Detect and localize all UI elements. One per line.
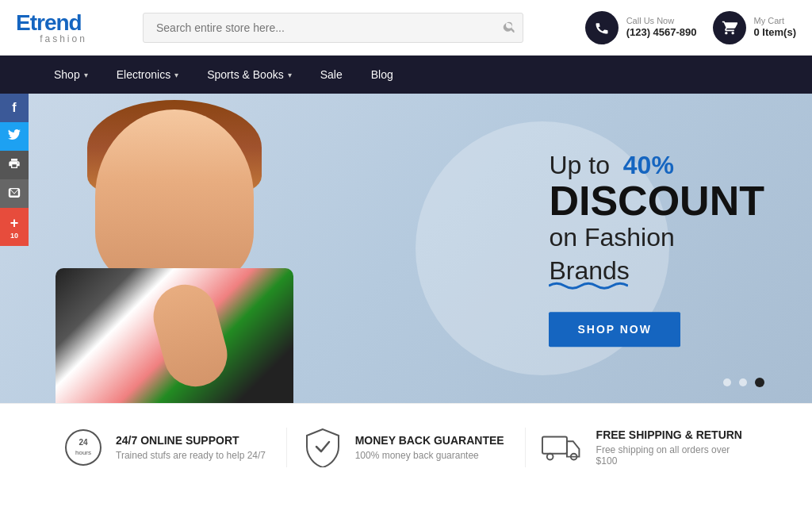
feature-guarantee-text: MONEY BACK GUARANTEE 100% money back gua…	[355, 434, 504, 461]
nav-item-sports-books[interactable]: Sports & Books ▾	[193, 56, 306, 94]
feature-shipping-title: FREE SHIPPING & RETURN	[596, 428, 749, 441]
twitter-button[interactable]	[0, 122, 29, 151]
feature-shipping-desc: Free shipping on all orders over $100	[596, 444, 749, 467]
feature-guarantee-desc: 100% money back guarantee	[355, 450, 504, 461]
slide-dot-1[interactable]	[723, 378, 731, 386]
print-button[interactable]	[0, 151, 29, 179]
feature-shipping-text: FREE SHIPPING & RETURN Free shipping on …	[596, 428, 749, 467]
brand-name: Etrend	[16, 12, 111, 34]
facebook-icon: f	[12, 101, 16, 115]
call-label: Call Us Now	[626, 15, 697, 26]
feature-support-title: 24/7 ONLINE SUPPORT	[116, 434, 266, 447]
slide-dot-3[interactable]	[755, 378, 764, 387]
hero-line1: Up to 40%	[549, 150, 764, 180]
model-face	[95, 109, 254, 284]
feature-support-desc: Trained stufs are ready to help 24/7	[116, 450, 266, 461]
nav-item-sale[interactable]: Sale	[306, 56, 357, 94]
feature-guarantee-title: MONEY BACK GUARANTEE	[355, 434, 504, 447]
call-action[interactable]: Call Us Now (123) 4567-890	[585, 11, 697, 44]
call-text: Call Us Now (123) 4567-890	[626, 15, 697, 40]
search-button[interactable]	[503, 20, 515, 36]
svg-rect-3	[542, 436, 567, 453]
cart-icon	[722, 20, 737, 36]
site-header: Etrend fashion Call Us Now (123) 4567-89…	[0, 0, 812, 56]
chevron-down-icon: ▾	[84, 71, 88, 79]
truck-icon	[542, 433, 583, 462]
hero-line3: on Fashion	[549, 222, 764, 255]
svg-text:24: 24	[79, 438, 88, 447]
nav-item-blog[interactable]: Blog	[357, 56, 408, 94]
logo[interactable]: Etrend fashion	[16, 12, 111, 44]
hero-line4: Brands	[549, 255, 629, 288]
nav-item-shop[interactable]: Shop ▾	[40, 56, 102, 94]
feature-support-text: 24/7 ONLINE SUPPORT Trained stufs are re…	[116, 434, 266, 461]
svg-text:hours: hours	[75, 449, 91, 456]
wave-decoration	[549, 275, 628, 296]
chevron-down-icon: ▾	[174, 71, 178, 79]
cart-icon-circle	[713, 11, 746, 44]
share-plus-button[interactable]: + 10	[0, 208, 29, 246]
shield-icon	[303, 428, 343, 467]
social-sidebar: f + 10	[0, 94, 29, 246]
slide-dot-2[interactable]	[739, 378, 747, 386]
share-count: 10	[10, 232, 18, 240]
shop-now-button[interactable]: SHOP NOW	[549, 312, 680, 347]
search-bar	[143, 13, 523, 43]
hero-model-area	[32, 94, 365, 403]
24h-icon: 24 hours	[63, 428, 103, 467]
feature-shipping: FREE SHIPPING & RETURN Free shipping on …	[526, 428, 764, 467]
email-icon	[8, 186, 21, 201]
call-number: (123) 4567-890	[626, 26, 697, 40]
cart-text: My Cart 0 Item(s)	[754, 15, 796, 40]
brand-sub: fashion	[16, 34, 111, 44]
hero-content: Up to 40% DISCOUNT on Fashion Brands SHO…	[549, 150, 764, 347]
search-input[interactable]	[143, 13, 523, 43]
phone-icon	[594, 20, 610, 36]
slider-dots	[723, 378, 764, 387]
feature-support: 24 hours 24/7 ONLINE SUPPORT Trained stu…	[48, 428, 287, 467]
chevron-down-icon: ▾	[288, 71, 292, 79]
main-nav: Shop ▾ Electronics ▾ Sports & Books ▾ Sa…	[0, 56, 812, 94]
features-row: 24 hours 24/7 ONLINE SUPPORT Trained stu…	[0, 403, 812, 491]
nav-list: Shop ▾ Electronics ▾ Sports & Books ▾ Sa…	[40, 56, 408, 94]
nav-item-electronics[interactable]: Electronics ▾	[102, 56, 193, 94]
email-button[interactable]	[0, 179, 29, 208]
cart-action[interactable]: My Cart 0 Item(s)	[713, 11, 796, 44]
facebook-button[interactable]: f	[0, 94, 29, 122]
header-actions: Call Us Now (123) 4567-890 My Cart 0 Ite…	[585, 11, 796, 44]
cart-items: 0 Item(s)	[754, 26, 796, 40]
svg-point-4	[547, 454, 553, 460]
svg-point-0	[66, 430, 101, 465]
cart-label: My Cart	[754, 15, 796, 26]
twitter-icon	[8, 129, 21, 144]
hero-discount: DISCOUNT	[549, 181, 764, 222]
feature-guarantee: MONEY BACK GUARANTEE 100% money back gua…	[287, 428, 527, 467]
hero-banner: Up to 40% DISCOUNT on Fashion Brands SHO…	[0, 94, 812, 403]
phone-icon-circle	[585, 11, 619, 44]
search-icon	[503, 20, 515, 33]
plus-icon: +	[10, 215, 19, 232]
print-icon	[8, 157, 21, 173]
